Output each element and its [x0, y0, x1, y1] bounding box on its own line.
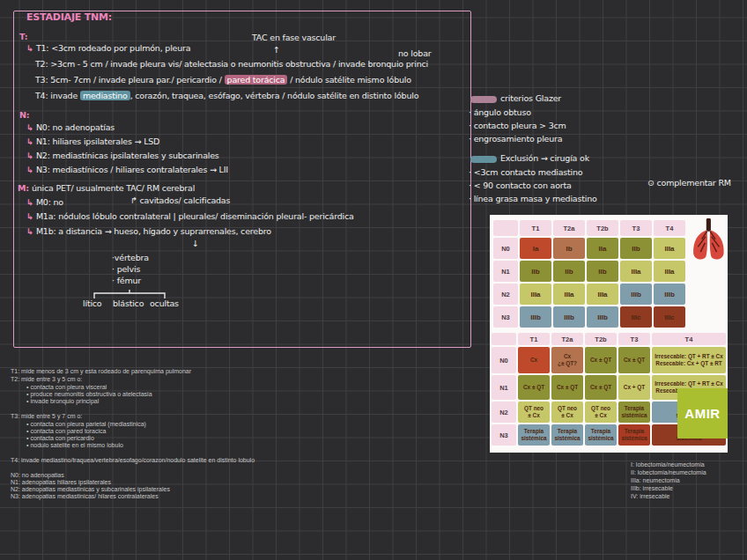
table-column-header: T1	[520, 220, 551, 236]
table-column-header: T2a	[551, 333, 583, 345]
table-cell: Ia	[520, 238, 551, 259]
typed-note-line: T2: mide entre 3 y 5 cm o:	[11, 376, 82, 382]
handwritten-line: ↳ T1: <3cm rodeado por pulmón, pleura	[26, 44, 190, 53]
table-row-header: N3	[492, 424, 516, 446]
handwritten-text: M1a: nódulos lóbulo contralateral | pleu…	[36, 211, 354, 221]
typed-note-line: • contacta con pleura parietal (mediasti…	[26, 421, 146, 427]
handwritten-line: ↳ M0: no	[26, 198, 63, 207]
typed-note-line: • contacta con pleura visceral	[26, 384, 107, 390]
handwritten-text: · línea grasa masa y mediastino	[469, 194, 597, 203]
table-cell: IIIc	[654, 306, 685, 328]
handwritten-text: · contacto pleura > 3cm	[469, 121, 566, 130]
typed-note-line: T3: mide entre 5 y 7 cm o:	[11, 413, 82, 419]
table-column-header: T2b	[585, 333, 617, 345]
typed-note-line: T4: invade mediastino/traquea/vertebra/e…	[11, 457, 255, 463]
handwritten-text: criterios Glazer	[500, 93, 561, 103]
amir-logo: AMIR	[677, 388, 728, 438]
handwritten-text: mediastino	[80, 91, 130, 100]
handwritten-text: N1: hiliares ipsilaterales → LSD	[36, 136, 159, 146]
handwritten-line: ↳ N3: mediastínicos / hiliares contralat…	[26, 166, 228, 174]
handwritten-text: ↳	[26, 122, 36, 132]
handwritten-text: · <3cm contacto mediastino	[469, 167, 582, 177]
handwritten-line: ocultas	[150, 299, 179, 308]
table-cell: QT neo ± Cx	[551, 402, 583, 423]
typed-note-line: • produce neumonitis obstructiva o atele…	[26, 391, 152, 397]
table-row-header: N2	[492, 402, 516, 423]
handwritten-text: , corazón, traquea, esófago, vértebra / …	[130, 91, 419, 100]
handwritten-text: ↳	[26, 136, 36, 146]
typed-note-line: T1: mide menos de 3 cm y esta rodeado de…	[11, 368, 191, 374]
handwritten-text: T:	[19, 32, 27, 41]
table-cell: IIb	[620, 238, 652, 259]
resection-legend-line: I: lobectomia/neumectomia	[631, 461, 705, 468]
table-column-header: T4	[654, 220, 685, 236]
handwritten-text: N2: mediastínicas ipsilaterales y subcar…	[36, 151, 219, 160]
handwritten-text: ↳	[26, 226, 36, 236]
table-row-header: N0	[493, 238, 518, 259]
resection-legend-line: IV: irresecable	[631, 493, 669, 499]
handwritten-text: ↓	[192, 239, 199, 248]
handwritten-line: · contacto pleura > 3cm	[469, 122, 566, 130]
table-cell: Irresecable: QT + RT ± Cx Resecable: Cx …	[652, 347, 726, 373]
typed-note-line: • nodulo satelite en el mismo lobulo	[26, 442, 123, 448]
table-row-header: N0	[492, 347, 516, 373]
handwritten-line: Exclusión → cirugía ok	[470, 154, 589, 163]
table-cell: IIIb	[587, 306, 618, 328]
handwritten-line: ·vértebra	[112, 254, 149, 262]
table-cell: IIIc	[620, 306, 652, 328]
table-cell: IIIa	[553, 284, 585, 305]
handwritten-line: · < 90 contacto con aorta	[469, 181, 572, 190]
handwritten-line: ESTADIAJE TNM:	[26, 12, 112, 23]
handwritten-text: ↳	[26, 43, 36, 53]
handwritten-text: ↑	[273, 45, 280, 55]
handwritten-line: · ángulo obtuso	[469, 108, 531, 117]
table-cell: Terapia sistémica	[585, 424, 617, 446]
handwritten-text: Exclusión → cirugía ok	[500, 153, 589, 163]
table-corner	[492, 333, 516, 345]
handwritten-line: criterios Glazer	[470, 94, 561, 103]
handwritten-line: · pelvis	[112, 265, 140, 274]
table-cell: IIIb	[520, 306, 551, 328]
typed-note-line: N0: no adenopatias	[11, 472, 64, 478]
table-cell: IIIb	[620, 284, 652, 305]
handwritten-line: ↳ N2: mediastínicas ipsilaterales y subc…	[26, 151, 219, 160]
handwritten-text: ↳	[26, 165, 36, 174]
table-column-header: T4	[652, 333, 726, 345]
handwritten-line: ↳ M1a: nódulos lóbulo contralateral | pl…	[26, 212, 354, 221]
table-cell: Cx	[518, 347, 550, 373]
typed-note-line: N3: adenopatias mediastinicas/ hilares c…	[11, 493, 159, 499]
resection-legend-line: IIIa: neumectomia	[631, 477, 680, 483]
handwritten-text: ⊙ complementar RM	[647, 178, 731, 188]
handwritten-text: ·vértebra	[112, 253, 149, 262]
handwritten-text: · ángulo obtuso	[469, 107, 531, 117]
handwritten-text: · fémur	[112, 276, 141, 285]
table-row-header: N2	[493, 284, 518, 305]
handwritten-text: ESTADIAJE TNM:	[26, 11, 112, 23]
table-row-header: N1	[493, 261, 518, 282]
handwritten-line: ↳ N0: no adenopatías	[26, 123, 115, 132]
handwritten-line: TAC en fase vascular	[252, 33, 336, 42]
handwritten-text: M:	[18, 183, 32, 193]
highlight-swatch-teal	[470, 156, 497, 163]
typed-note-line: N1: adenopatias hiliares ipsilaterales	[11, 479, 111, 485]
handwritten-line: ⊙ complementar RM	[647, 179, 731, 188]
notes-canvas[interactable]: ESTADIAJE TNM:T:↳ T1: <3cm rodeado por p…	[0, 0, 747, 560]
handwritten-line: · engrosamiento pleura	[469, 135, 562, 144]
table-row-header: N3	[493, 306, 518, 328]
handwritten-text: / nódulo satélite mismo lóbulo	[287, 75, 411, 85]
distribution-bracket-icon	[92, 290, 166, 300]
handwritten-line: T4: invade mediastino, corazón, traquea,…	[35, 92, 418, 100]
table-cell: Terapia sistémica	[618, 402, 650, 423]
table-cell: Terapia sistémica	[551, 424, 583, 446]
stage-matrix-table: T1T2aT2bT3T4N0IaIbIIaIIbIIIaN1IIbIIbIIbI…	[493, 220, 685, 328]
handwritten-line: · fémur	[112, 276, 141, 285]
table-column-header: T3	[620, 220, 652, 236]
table-row-header: N1	[492, 375, 516, 400]
table-cell: Cx + QT	[618, 375, 650, 400]
handwritten-text: ↳	[26, 211, 36, 221]
typed-note-line: • contacta con pericardio	[26, 435, 94, 441]
lungs-icon	[689, 217, 728, 264]
handwritten-text: M1b: a distancia → hueso, hígado y supra…	[36, 226, 271, 236]
handwritten-line: · <3cm contacto mediastino	[469, 168, 582, 177]
handwritten-text: TAC en fase vascular	[252, 33, 336, 42]
